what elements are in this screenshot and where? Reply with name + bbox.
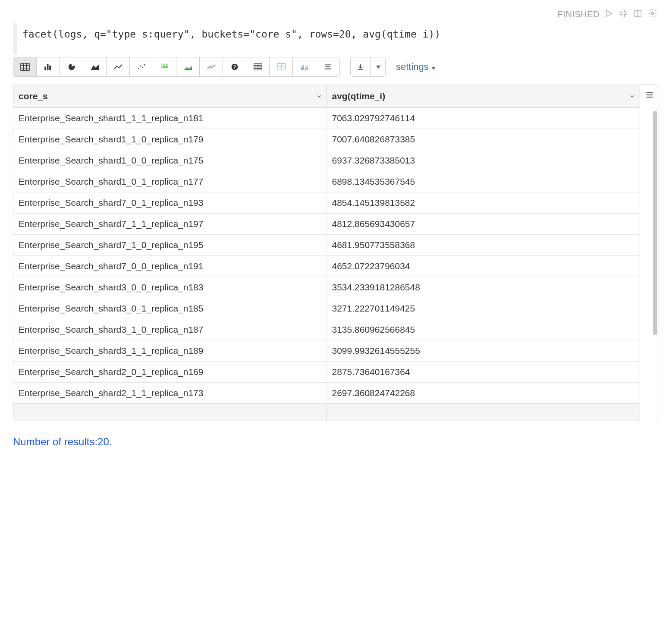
collapse-icon[interactable]: [619, 9, 628, 20]
cell-avg: 7007.640826873385: [327, 129, 640, 150]
code-area[interactable]: facet(logs, q="type_s:query", buckets="c…: [13, 23, 659, 55]
svg-rect-18: [165, 64, 167, 66]
code-gutter: [13, 23, 17, 55]
book-icon[interactable]: [633, 9, 643, 20]
svg-point-14: [142, 67, 143, 68]
multiline-chart-button[interactable]: [200, 57, 223, 76]
svg-rect-21: [165, 66, 167, 68]
caret-down-icon: [431, 61, 436, 72]
results-table: core_s avg(qtime_i) Enterprise_Search_sh…: [13, 85, 640, 403]
table-row[interactable]: Enterprise_Search_shard1_0_0_replica_n17…: [13, 150, 640, 171]
menu-icon: [645, 91, 654, 99]
download-group: [350, 57, 386, 77]
cell-core: Enterprise_Search_shard3_0_1_replica_n18…: [13, 298, 327, 319]
heatmap-button[interactable]: [153, 57, 176, 76]
bar-chart-button[interactable]: [37, 57, 60, 76]
pivot-button[interactable]: [246, 57, 270, 76]
svg-rect-19: [160, 66, 163, 68]
svg-rect-37: [301, 67, 302, 70]
stacked-area-button[interactable]: [176, 57, 200, 76]
table-row[interactable]: Enterprise_Search_shard3_0_1_replica_n18…: [13, 298, 640, 319]
table-row[interactable]: Enterprise_Search_shard3_1_0_replica_n18…: [13, 319, 640, 340]
svg-rect-20: [163, 66, 165, 68]
column-header-avg[interactable]: avg(qtime_i): [327, 85, 640, 108]
table-row[interactable]: Enterprise_Search_shard7_0_0_replica_n19…: [13, 256, 640, 277]
settings-link[interactable]: settings: [396, 61, 436, 72]
cell-core: Enterprise_Search_shard3_1_1_replica_n18…: [13, 340, 327, 362]
svg-rect-2: [20, 63, 29, 71]
run-icon[interactable]: [604, 9, 613, 20]
cell-core: Enterprise_Search_shard3_0_0_replica_n18…: [13, 277, 327, 298]
svg-point-12: [138, 68, 139, 69]
cell-avg: 3271.222701149425: [327, 298, 640, 319]
svg-marker-0: [606, 10, 612, 17]
treemap-button[interactable]: [270, 57, 293, 76]
table-row[interactable]: Enterprise_Search_shard2_0_1_replica_n16…: [13, 362, 640, 383]
cell-avg: 6937.326873385013: [327, 150, 640, 171]
cell-avg: 4854.145139813582: [327, 192, 640, 214]
table-view-button[interactable]: [13, 57, 37, 76]
cell-core: Enterprise_Search_shard7_1_0_replica_n19…: [13, 235, 327, 256]
table-row[interactable]: Enterprise_Search_shard1_1_0_replica_n17…: [13, 129, 640, 150]
cell-avg: 3099.9932614555255: [327, 340, 640, 362]
table-row[interactable]: Enterprise_Search_shard7_1_1_replica_n19…: [13, 214, 640, 235]
cell-core: Enterprise_Search_shard1_0_1_replica_n17…: [13, 171, 327, 192]
download-button[interactable]: [351, 57, 371, 76]
header-actions: [604, 9, 657, 20]
cell-header: FINISHED: [13, 9, 659, 20]
table-row[interactable]: Enterprise_Search_shard1_0_1_replica_n17…: [13, 171, 640, 192]
cell-core: Enterprise_Search_shard2_1_1_replica_n17…: [13, 383, 327, 404]
list-button[interactable]: [316, 57, 339, 76]
scrollbar-thumb[interactable]: [653, 111, 657, 335]
svg-point-15: [144, 64, 145, 66]
svg-rect-16: [160, 64, 163, 66]
table-row[interactable]: Enterprise_Search_shard7_0_1_replica_n19…: [13, 192, 640, 214]
status-label: FINISHED: [558, 9, 600, 19]
chevron-down-icon[interactable]: [316, 91, 322, 101]
cell-core: Enterprise_Search_shard7_0_0_replica_n19…: [13, 256, 327, 277]
cell-core: Enterprise_Search_shard1_1_0_replica_n17…: [13, 129, 327, 150]
cell-avg: 4652.07223796034: [327, 256, 640, 277]
cell-avg: 2697.360824742268: [327, 383, 640, 404]
scatter-chart-button[interactable]: [130, 57, 153, 76]
results-count: Number of results:20.: [13, 436, 659, 448]
cell-avg: 3135.860962566845: [327, 319, 640, 340]
svg-rect-39: [305, 68, 306, 70]
table-row[interactable]: Enterprise_Search_shard7_1_0_replica_n19…: [13, 235, 640, 256]
cell-avg: 4812.865693430657: [327, 214, 640, 235]
table-row[interactable]: Enterprise_Search_shard1_1_1_replica_n18…: [13, 108, 640, 129]
cell-core: Enterprise_Search_shard7_0_1_replica_n19…: [13, 192, 327, 214]
column-header-core[interactable]: core_s: [13, 85, 327, 108]
gear-icon[interactable]: [648, 9, 657, 20]
area-chart-button[interactable]: [83, 57, 107, 76]
grouped-bar-button[interactable]: [293, 57, 316, 76]
grid-footer: [13, 403, 640, 421]
svg-rect-7: [44, 67, 46, 70]
table-row[interactable]: Enterprise_Search_shard2_1_1_replica_n17…: [13, 383, 640, 404]
chevron-down-icon[interactable]: [629, 91, 635, 101]
settings-label: settings: [396, 61, 429, 72]
svg-text:?: ?: [233, 64, 236, 69]
svg-point-1: [651, 12, 654, 15]
table-row[interactable]: Enterprise_Search_shard3_1_1_replica_n18…: [13, 340, 640, 362]
svg-marker-11: [91, 65, 98, 70]
cell-core: Enterprise_Search_shard1_0_0_replica_n17…: [13, 150, 327, 171]
download-caret[interactable]: [371, 57, 385, 76]
results-grid: core_s avg(qtime_i) Enterprise_Search_sh…: [13, 85, 659, 421]
cell-core: Enterprise_Search_shard2_0_1_replica_n16…: [13, 362, 327, 383]
help-button[interactable]: ?: [223, 57, 246, 76]
svg-rect-17: [163, 64, 165, 66]
line-chart-button[interactable]: [107, 57, 130, 76]
chart-type-group: ?: [13, 57, 340, 77]
cell-avg: 2875.73640167364: [327, 362, 640, 383]
cell-avg: 7063.029792746114: [327, 108, 640, 129]
svg-rect-40: [306, 66, 308, 70]
code-text[interactable]: facet(logs, q="type_s:query", buckets="c…: [21, 23, 440, 55]
viz-toolbar: ? settings: [13, 57, 659, 77]
pie-chart-button[interactable]: [60, 57, 83, 76]
svg-rect-8: [47, 65, 48, 70]
cell-core: Enterprise_Search_shard7_1_1_replica_n19…: [13, 214, 327, 235]
table-row[interactable]: Enterprise_Search_shard3_0_0_replica_n18…: [13, 277, 640, 298]
cell-avg: 6898.134535367545: [327, 171, 640, 192]
grid-side-menu[interactable]: [640, 85, 659, 421]
